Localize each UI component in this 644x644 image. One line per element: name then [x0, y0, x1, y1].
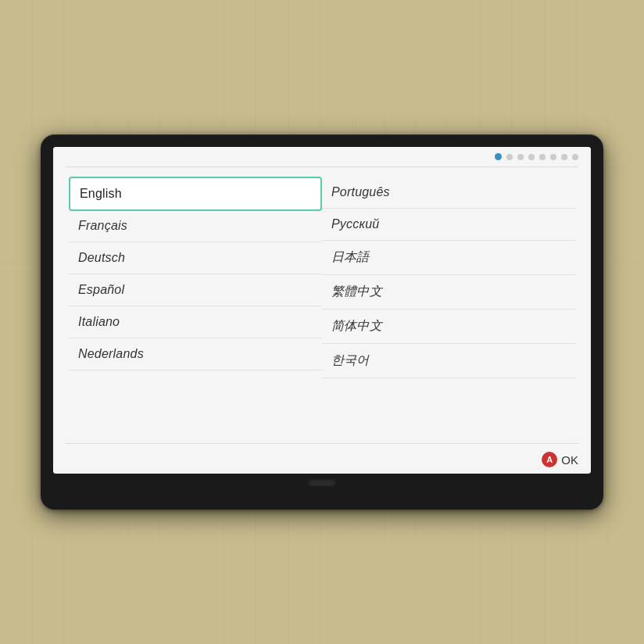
dot-5	[539, 154, 546, 160]
lang-french[interactable]: Français	[69, 210, 322, 242]
lang-italian[interactable]: Italiano	[69, 306, 322, 338]
dot-8	[572, 154, 578, 160]
right-column: Português Русский 日本語 繁體中文 简体中文 한국어	[322, 177, 575, 434]
lang-russian[interactable]: Русский	[322, 209, 575, 241]
lang-korean[interactable]: 한국어	[322, 344, 575, 378]
lang-simplified-chinese[interactable]: 简体中文	[322, 309, 575, 344]
lang-portuguese[interactable]: Português	[322, 177, 575, 209]
dot-7	[561, 154, 567, 160]
lang-traditional-chinese[interactable]: 繁體中文	[322, 275, 575, 309]
dot-2	[506, 154, 513, 160]
home-button[interactable]	[308, 478, 336, 486]
tablet: English Français Deutsch Español Italian…	[41, 134, 603, 510]
lang-english[interactable]: English	[69, 177, 322, 211]
bottom-bar: A OK	[53, 447, 591, 474]
lang-japanese[interactable]: 日本語	[322, 241, 575, 275]
ok-label: OK	[561, 453, 578, 467]
language-list: English Français Deutsch Español Italian…	[53, 167, 591, 443]
a-icon: A	[542, 452, 557, 467]
lang-dutch[interactable]: Nederlands	[69, 338, 322, 370]
bottom-divider	[66, 443, 578, 444]
ok-button[interactable]: A OK	[542, 452, 578, 467]
dot-6	[550, 154, 556, 160]
dot-1	[495, 153, 502, 160]
step-indicator	[495, 153, 578, 160]
lang-spanish[interactable]: Español	[69, 274, 322, 306]
lang-german[interactable]: Deutsch	[69, 242, 322, 274]
screen: English Français Deutsch Español Italian…	[53, 147, 591, 474]
left-column: English Français Deutsch Español Italian…	[69, 177, 322, 434]
dot-4	[528, 154, 535, 160]
dot-3	[517, 154, 524, 160]
top-bar	[53, 147, 591, 166]
